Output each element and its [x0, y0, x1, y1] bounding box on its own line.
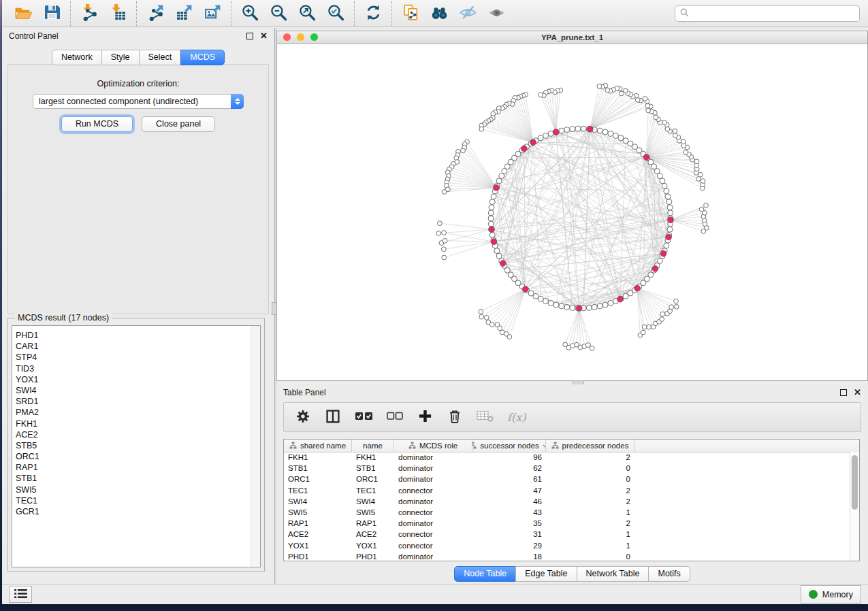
- result-item[interactable]: FKH1: [12, 418, 251, 429]
- table-row[interactable]: RAP1RAP1dominator352: [284, 518, 850, 529]
- table-row[interactable]: SWI5SWI5connector431: [284, 507, 850, 518]
- result-item[interactable]: TID3: [12, 363, 251, 374]
- zoom-fit-button[interactable]: [295, 3, 319, 24]
- table-cell[interactable]: dominator: [394, 453, 472, 461]
- refresh-button[interactable]: [361, 3, 385, 24]
- table-cell[interactable]: RAP1: [352, 519, 394, 527]
- table-cell[interactable]: SWI4: [284, 497, 352, 506]
- table-row[interactable]: PHD1PHD1dominator180: [284, 551, 850, 561]
- table-cell[interactable]: 2: [546, 453, 634, 461]
- table-cell[interactable]: 29: [472, 542, 546, 550]
- export-table-button[interactable]: [172, 3, 195, 24]
- table-cell[interactable]: TEC1: [352, 486, 394, 495]
- network-canvas[interactable]: [277, 44, 867, 380]
- export-image-button[interactable]: [201, 3, 224, 24]
- result-item[interactable]: SRD1: [12, 396, 251, 407]
- close-panel-button[interactable]: Close panel: [142, 116, 215, 132]
- table-row[interactable]: YOX1YOX1connector291: [284, 540, 850, 551]
- settings-gear-button[interactable]: [295, 408, 311, 426]
- table-cell[interactable]: 61: [472, 475, 546, 483]
- zoom-out-button[interactable]: [267, 3, 290, 24]
- table-row[interactable]: ORC1ORC1dominator610: [284, 474, 850, 484]
- table-cell[interactable]: dominator: [394, 519, 472, 527]
- deselect-all-button[interactable]: [387, 408, 403, 426]
- table-cell[interactable]: 18: [472, 552, 546, 561]
- result-item[interactable]: STB5: [12, 440, 251, 451]
- open-session-button[interactable]: [12, 3, 35, 24]
- result-item[interactable]: PMA2: [12, 407, 251, 418]
- table-cell[interactable]: STB1: [284, 464, 352, 472]
- table-cell[interactable]: PHD1: [284, 552, 352, 561]
- result-item[interactable]: ACE2: [12, 429, 251, 440]
- criterion-dropdown[interactable]: largest connected component (undirected): [33, 94, 244, 109]
- result-item[interactable]: SWI5: [12, 484, 251, 495]
- column-selector-button[interactable]: [325, 408, 341, 426]
- add-row-button[interactable]: [417, 408, 433, 426]
- table-cell[interactable]: YOX1: [352, 542, 394, 550]
- table-cell[interactable]: ORC1: [352, 475, 394, 483]
- table-cell[interactable]: connector: [394, 486, 472, 495]
- import-network-button[interactable]: [78, 3, 101, 24]
- result-item[interactable]: ORC1: [12, 451, 251, 462]
- result-item[interactable]: YOX1: [12, 374, 251, 385]
- delete-row-button[interactable]: [447, 408, 463, 426]
- tab-edge-table[interactable]: Edge Table: [515, 566, 577, 582]
- copy-network-button[interactable]: [399, 3, 422, 24]
- table-cell[interactable]: 2: [546, 497, 634, 506]
- table-cell[interactable]: 1: [546, 508, 634, 516]
- result-item[interactable]: PHD1: [12, 330, 251, 341]
- result-item[interactable]: SWI4: [12, 385, 251, 396]
- table-cell[interactable]: TEC1: [284, 486, 352, 495]
- table-cell[interactable]: SWI5: [284, 508, 352, 516]
- search-box[interactable]: [675, 5, 860, 22]
- result-item[interactable]: CAR1: [12, 341, 251, 352]
- table-cell[interactable]: STB1: [352, 464, 394, 472]
- column-header-predecessor-nodes[interactable]: predecessor nodes: [546, 440, 634, 452]
- show-all-button[interactable]: [485, 3, 508, 24]
- close-table-panel-icon[interactable]: ✕: [854, 389, 861, 396]
- network-window-titlebar[interactable]: YPA_prune.txt_1: [277, 31, 867, 44]
- close-window-icon[interactable]: [283, 33, 291, 41]
- table-cell[interactable]: RAP1: [284, 519, 352, 527]
- maximize-window-icon[interactable]: [310, 33, 318, 41]
- table-cell[interactable]: 1: [546, 530, 634, 538]
- table-cell[interactable]: connector: [394, 542, 472, 550]
- result-item[interactable]: RAP1: [12, 462, 251, 473]
- minimize-window-icon[interactable]: [297, 33, 304, 41]
- column-header-name[interactable]: name: [352, 440, 394, 452]
- first-neighbors-button[interactable]: [428, 3, 451, 24]
- table-cell[interactable]: 47: [472, 486, 546, 495]
- table-cell[interactable]: 31: [472, 530, 546, 538]
- hide-selected-button[interactable]: [456, 3, 479, 24]
- table-row[interactable]: FKH1FKH1dominator962: [284, 452, 850, 463]
- table-cell[interactable]: PHD1: [352, 552, 394, 561]
- table-cell[interactable]: 0: [546, 552, 634, 561]
- table-scrollbar-thumb[interactable]: [852, 455, 858, 510]
- table-row[interactable]: TEC1TEC1connector472: [284, 485, 850, 496]
- table-cell[interactable]: dominator: [394, 497, 472, 506]
- zoom-in-button[interactable]: [238, 3, 261, 24]
- close-panel-icon[interactable]: ✕: [260, 33, 268, 39]
- float-panel-icon[interactable]: [246, 33, 253, 39]
- table-cell[interactable]: 62: [472, 464, 546, 472]
- tab-network[interactable]: Network: [52, 50, 102, 65]
- tab-mcds[interactable]: MCDS: [180, 50, 225, 65]
- import-table-button[interactable]: [106, 3, 129, 24]
- table-row[interactable]: ACE2ACE2connector311: [284, 529, 850, 540]
- table-cell[interactable]: YOX1: [284, 542, 352, 550]
- table-scrollbar[interactable]: [850, 452, 859, 561]
- table-row[interactable]: SWI4SWI4dominator462: [284, 496, 850, 507]
- table-cell[interactable]: ORC1: [284, 475, 352, 483]
- table-cell[interactable]: FKH1: [284, 453, 352, 461]
- table-cell[interactable]: connector: [394, 508, 472, 516]
- table-cell[interactable]: ACE2: [284, 530, 352, 538]
- table-cell[interactable]: 46: [472, 497, 546, 506]
- table-cell[interactable]: connector: [394, 530, 472, 538]
- tab-motifs[interactable]: Motifs: [648, 566, 690, 582]
- table-cell[interactable]: 0: [546, 475, 634, 483]
- table-row[interactable]: STB1STB1dominator620: [284, 463, 850, 474]
- result-item[interactable]: STB1: [12, 473, 251, 484]
- table-cell[interactable]: dominator: [394, 475, 472, 483]
- ring-nodes[interactable]: [488, 126, 673, 311]
- tab-node-table[interactable]: Node Table: [454, 566, 516, 582]
